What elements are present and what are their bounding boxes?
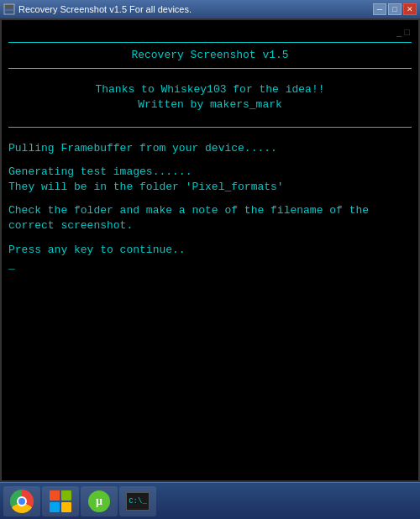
win-quad-1: [50, 490, 60, 501]
taskbar-cmd[interactable]: C:\_: [119, 486, 156, 516]
spacer-after-credits: [8, 113, 412, 122]
title-bar-left: Recovery Screenshot v1.5 For all devices…: [3, 3, 192, 15]
output-line-3: They will be in the folder 'Pixel_format…: [8, 180, 412, 195]
app-icon: [3, 3, 15, 15]
chrome-icon: [10, 490, 34, 513]
output-line-5: correct screenshot.: [8, 218, 412, 233]
taskbar-windows[interactable]: [42, 486, 79, 516]
output-line-1: Pulling Framebuffer from your device....…: [8, 141, 412, 156]
title-line: Recovery Screenshot v1.5: [8, 48, 412, 63]
output-line-2: Generating test images......: [8, 165, 412, 180]
utorrent-icon: μ: [88, 490, 110, 512]
spacer-2: [8, 156, 412, 165]
spacer-1: [8, 133, 412, 141]
terminal-window: _ □ Recovery Screenshot v1.5 Thanks to W…: [0, 18, 420, 482]
output-line-6: Press any key to continue..: [8, 243, 412, 258]
divider-2: [8, 68, 412, 69]
output-line-4: Check the folder and make a note of the …: [8, 203, 412, 218]
divider-3: [8, 127, 412, 128]
taskbar-chrome[interactable]: [3, 486, 40, 516]
close-button[interactable]: ✕: [403, 3, 417, 15]
win-quad-4: [61, 502, 71, 512]
svg-rect-1: [5, 5, 13, 8]
maximize-button[interactable]: □: [388, 3, 402, 15]
taskbar-utorrent[interactable]: μ: [81, 486, 118, 516]
minimize-button[interactable]: ─: [373, 3, 386, 15]
spacer-3: [8, 195, 412, 203]
credit-line-1: Thanks to Whiskey103 for the idea!!: [8, 82, 412, 97]
taskbar: μ C:\_: [0, 482, 420, 519]
credit-line-2: Written by makers_mark: [8, 97, 412, 113]
divider-1: [8, 42, 412, 43]
cursor-line: _: [8, 258, 412, 273]
window-title: Recovery Screenshot v1.5 For all devices…: [18, 4, 192, 14]
title-buttons: ─ □ ✕: [373, 3, 417, 15]
chrome-inner: [17, 496, 27, 506]
spacer-4: [8, 234, 412, 243]
win-quad-3: [50, 502, 60, 512]
win-quad-2: [61, 490, 71, 501]
windows-icon: [50, 490, 71, 512]
terminal-top-bar: _ □: [8, 27, 412, 37]
cmd-icon: C:\_: [126, 492, 150, 511]
spacer-before-credits: [8, 74, 412, 82]
title-bar: Recovery Screenshot v1.5 For all devices…: [0, 0, 420, 18]
terminal-controls: _ □: [396, 27, 410, 37]
